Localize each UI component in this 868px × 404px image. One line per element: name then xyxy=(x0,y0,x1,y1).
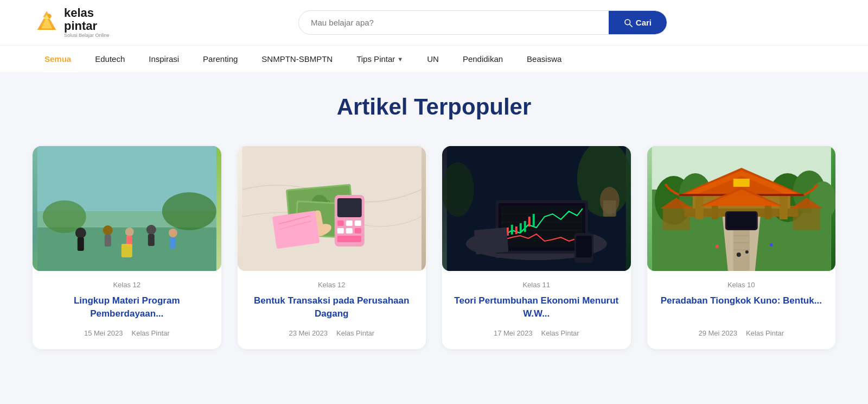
svg-rect-37 xyxy=(337,228,343,233)
svg-point-13 xyxy=(75,228,86,238)
svg-rect-38 xyxy=(346,228,352,233)
nav-item-edutech[interactable]: Edutech xyxy=(83,46,137,72)
svg-point-100 xyxy=(715,245,718,248)
article-card-4[interactable]: Kelas 10 Peradaban Tiongkok Kuno: Bentuk… xyxy=(647,146,836,349)
svg-point-101 xyxy=(769,243,773,247)
card-title-3: Teori Pertumbuhan Ekonomi Menurut W.W... xyxy=(453,294,620,321)
section-title: Artikel Terpopuler xyxy=(33,94,835,120)
nav-item-parenting[interactable]: Parenting xyxy=(191,46,250,72)
article-card-2[interactable]: $100 xyxy=(238,146,426,349)
card-title-2: Bentuk Transaksi pada Perusahaan Dagang xyxy=(248,294,416,321)
svg-point-12 xyxy=(162,192,216,230)
search-icon xyxy=(624,18,633,27)
svg-rect-58 xyxy=(511,225,513,235)
card-date-1: 15 Mei 2023 xyxy=(84,329,123,337)
svg-rect-65 xyxy=(474,228,509,255)
svg-point-98 xyxy=(736,252,741,257)
card-date-2: 23 Mei 2023 xyxy=(289,329,328,337)
header: kelas pintar Solusi Belajar Online Cari xyxy=(0,0,868,45)
svg-rect-64 xyxy=(496,254,588,258)
card-source-3: Kelas Pintar xyxy=(541,329,579,337)
card-body-2: Kelas 12 Bentuk Transaksi pada Perusahaa… xyxy=(238,271,426,349)
search-area: Cari xyxy=(130,10,835,35)
search-button-label: Cari xyxy=(636,18,652,27)
card-image-4 xyxy=(647,146,836,271)
card-title-4: Peradaban Tiongkok Kuno: Bentuk... xyxy=(658,294,825,321)
card-body-1: Kelas 12 Lingkup Materi Program Pemberda… xyxy=(33,271,221,349)
main-content: Artikel Terpopuler xyxy=(0,72,868,382)
nav-item-beasiswa[interactable]: Beasiswa xyxy=(515,46,573,72)
svg-rect-43 xyxy=(272,211,320,249)
article-thumbnail-3 xyxy=(442,146,631,271)
card-image-2: $100 xyxy=(238,146,426,271)
nav-item-semua[interactable]: Semua xyxy=(33,46,83,72)
svg-rect-34 xyxy=(337,220,343,226)
article-thumbnail-2: $100 xyxy=(238,146,426,271)
svg-rect-104 xyxy=(793,209,820,230)
svg-line-7 xyxy=(629,24,632,27)
card-date-4: 29 Mei 2023 xyxy=(698,329,737,337)
logo-tagline: Solusi Belajar Online xyxy=(64,33,110,39)
article-card-1[interactable]: Kelas 12 Lingkup Materi Program Pemberda… xyxy=(33,146,221,349)
card-source-1: Kelas Pintar xyxy=(131,329,169,337)
card-image-3 xyxy=(442,146,631,271)
svg-rect-62 xyxy=(528,217,531,226)
articles-grid: Kelas 12 Lingkup Materi Program Pemberda… xyxy=(33,146,835,349)
svg-point-15 xyxy=(103,225,113,235)
logo-brand2: pintar xyxy=(64,20,110,33)
card-meta-2: 23 Mei 2023 Kelas Pintar xyxy=(248,329,416,337)
search-bar: Cari xyxy=(298,10,667,35)
card-meta-3: 17 Mei 2023 Kelas Pintar xyxy=(453,329,620,337)
card-title-1: Lingkup Materi Program Pemberdayaan... xyxy=(43,294,210,321)
search-input[interactable] xyxy=(299,11,609,34)
svg-point-48 xyxy=(442,162,474,217)
svg-rect-93 xyxy=(733,179,749,187)
svg-rect-16 xyxy=(105,235,111,247)
card-meta-1: 15 Mei 2023 Kelas Pintar xyxy=(43,329,210,337)
svg-rect-35 xyxy=(346,220,352,226)
search-button[interactable]: Cari xyxy=(609,11,667,34)
svg-rect-22 xyxy=(170,237,176,248)
svg-rect-14 xyxy=(78,237,84,251)
svg-rect-39 xyxy=(354,228,361,233)
svg-rect-102 xyxy=(662,209,690,230)
svg-rect-59 xyxy=(515,226,518,234)
card-meta-4: 29 Mei 2023 Kelas Pintar xyxy=(658,329,825,337)
nav-item-tips[interactable]: Tips Pintar ▼ xyxy=(344,46,415,72)
nav-item-snmptn[interactable]: SNMPTN-SBMPTN xyxy=(250,46,344,72)
svg-rect-82 xyxy=(779,195,787,219)
logo-icon xyxy=(33,9,61,37)
card-body-4: Kelas 10 Peradaban Tiongkok Kuno: Bentuk… xyxy=(647,271,836,349)
nav: Semua Edutech Inspirasi Parenting SNMPTN… xyxy=(0,45,868,72)
svg-rect-69 xyxy=(603,200,616,217)
svg-rect-20 xyxy=(148,234,155,246)
article-thumbnail-1 xyxy=(33,146,221,271)
svg-point-17 xyxy=(125,228,134,236)
card-category-1: Kelas 12 xyxy=(43,281,210,289)
svg-rect-63 xyxy=(533,214,535,226)
card-body-3: Kelas 11 Teori Pertumbuhan Ekonomi Menur… xyxy=(442,271,631,349)
svg-rect-92 xyxy=(726,212,756,229)
card-category-4: Kelas 10 xyxy=(658,281,825,289)
svg-point-21 xyxy=(169,229,177,237)
nav-item-pendidikan[interactable]: Pendidikan xyxy=(451,46,515,72)
svg-point-99 xyxy=(745,250,748,254)
article-thumbnail-4 xyxy=(647,146,836,271)
logo-brand1: kelas xyxy=(64,7,110,20)
card-image-1 xyxy=(33,146,221,271)
card-date-3: 17 Mei 2023 xyxy=(494,329,533,337)
nav-item-inspirasi[interactable]: Inspirasi xyxy=(137,46,191,72)
svg-rect-67 xyxy=(576,236,592,257)
svg-rect-81 xyxy=(695,195,703,219)
card-category-3: Kelas 11 xyxy=(453,281,620,289)
logo-area: kelas pintar Solusi Belajar Online xyxy=(33,7,119,39)
article-card-3[interactable]: Kelas 11 Teori Pertumbuhan Ekonomi Menur… xyxy=(442,146,631,349)
card-category-2: Kelas 12 xyxy=(248,281,416,289)
nav-item-un[interactable]: UN xyxy=(415,46,451,72)
svg-point-19 xyxy=(146,225,156,235)
svg-rect-36 xyxy=(354,220,361,226)
svg-rect-33 xyxy=(337,198,361,217)
svg-rect-60 xyxy=(520,223,522,232)
svg-rect-40 xyxy=(337,236,361,242)
card-source-2: Kelas Pintar xyxy=(336,329,374,337)
